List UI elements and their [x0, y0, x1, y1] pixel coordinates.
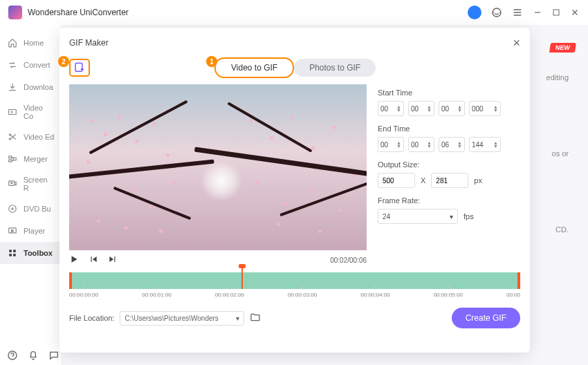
sidebar-item-videoco[interactable]: Video Co: [0, 98, 62, 126]
create-gif-button[interactable]: Create GIF: [452, 308, 520, 328]
minimize-icon[interactable]: [533, 8, 542, 17]
sidebar-item-dvd[interactable]: DVD Bu: [0, 198, 62, 220]
prev-button[interactable]: [89, 254, 98, 265]
sidebar-item-merger[interactable]: Merger: [0, 148, 62, 170]
app-logo: [8, 6, 22, 19]
svg-point-3: [9, 134, 10, 135]
svg-rect-1: [553, 10, 559, 15]
open-folder-button[interactable]: [250, 312, 261, 324]
end-h-input[interactable]: 00▲▼: [378, 137, 404, 152]
frame-rate-select[interactable]: 24▾: [378, 209, 458, 224]
file-location-select[interactable]: C:\Users\ws\Pictures\Wonders▾: [120, 311, 244, 326]
callout-2: 2: [58, 56, 69, 67]
svg-point-4: [9, 138, 10, 140]
record-icon: [7, 178, 18, 189]
stepper-icon[interactable]: ▲▼: [427, 141, 432, 148]
sidebar-item-label: Downloa: [24, 83, 53, 91]
help-icon[interactable]: [7, 350, 18, 361]
start-ms-input[interactable]: 000▲▼: [469, 101, 501, 116]
play-controls: 00:02/00:06: [69, 254, 367, 265]
size-unit: px: [474, 176, 482, 185]
feedback-icon[interactable]: [48, 350, 59, 361]
play-button[interactable]: [69, 254, 79, 265]
bell-icon[interactable]: [28, 350, 39, 361]
svg-rect-5: [9, 156, 12, 158]
settings-panel: Start Time 00▲▼ 00▲▼ 00▲▼ 000▲▼ End Time…: [378, 84, 520, 265]
timeline-cursor[interactable]: [241, 267, 243, 289]
frame-rate-label: Frame Rate:: [378, 196, 520, 205]
start-m-input[interactable]: 00▲▼: [408, 101, 434, 116]
modal-title: GIF Maker: [69, 38, 109, 48]
close-icon[interactable]: ×: [513, 36, 520, 50]
menu-icon[interactable]: [512, 7, 523, 18]
stepper-icon[interactable]: ▲▼: [457, 141, 462, 148]
chevron-down-icon: ▾: [236, 315, 239, 322]
sidebar-item-label: Merger: [24, 155, 48, 163]
start-s-input[interactable]: 00▲▼: [439, 101, 465, 116]
sidebar: Home Convert Downloa Video Co Video Ed M…: [0, 25, 62, 365]
stepper-icon[interactable]: ▲▼: [493, 141, 498, 148]
gif-maker-modal: GIF Maker × 2 1 Video to GIF Photos to G…: [59, 28, 530, 353]
sidebar-item-label: Home: [24, 39, 44, 47]
sidebar-item-videoed[interactable]: Video Ed: [0, 126, 62, 148]
timeline-ticks: 00:00:00:00 00:00:01:00 00:00:02:00 00:0…: [69, 292, 520, 298]
bg-text: os or: [552, 149, 569, 158]
stepper-icon[interactable]: ▲▼: [427, 105, 432, 112]
dvd-icon: [7, 203, 18, 214]
svg-rect-15: [9, 254, 12, 256]
width-input[interactable]: [378, 173, 415, 188]
svg-rect-7: [13, 158, 16, 160]
stepper-icon[interactable]: ▲▼: [493, 105, 498, 112]
chevron-down-icon: ▾: [450, 213, 453, 221]
sidebar-item-label: DVD Bu: [24, 205, 51, 213]
start-h-input[interactable]: 00▲▼: [378, 101, 404, 116]
bg-text: CD.: [555, 225, 569, 234]
end-s-input[interactable]: 06▲▼: [439, 137, 465, 152]
sidebar-item-label: Video Co: [24, 104, 55, 120]
end-m-input[interactable]: 00▲▼: [408, 137, 434, 152]
sidebar-item-label: Screen R: [24, 176, 55, 192]
play-time: 00:02/00:06: [330, 256, 367, 264]
sidebar-item-label: Player: [24, 227, 45, 235]
height-input[interactable]: [431, 173, 468, 188]
support-icon[interactable]: [491, 7, 502, 18]
next-button[interactable]: [108, 254, 118, 265]
svg-point-9: [11, 182, 12, 184]
new-badge: NEW: [549, 43, 576, 53]
timeline[interactable]: [69, 272, 520, 289]
close-window-icon[interactable]: [570, 8, 580, 17]
sidebar-item-label: Convert: [24, 61, 50, 69]
maximize-icon[interactable]: [552, 8, 560, 17]
end-ms-input[interactable]: 144▲▼: [469, 137, 501, 152]
sidebar-item-label: Toolbox: [24, 249, 53, 257]
user-avatar[interactable]: [468, 6, 481, 19]
tab-photos-to-gif[interactable]: Photos to GIF: [294, 59, 376, 77]
stepper-icon[interactable]: ▲▼: [396, 105, 401, 112]
add-media-button[interactable]: [69, 59, 90, 77]
compress-icon: [7, 106, 18, 118]
sidebar-item-home[interactable]: Home: [0, 32, 62, 54]
download-icon: [7, 82, 18, 93]
svg-rect-13: [9, 250, 12, 252]
titlebar: Wondershare UniConverter: [0, 0, 588, 25]
size-x: X: [421, 176, 425, 185]
sidebar-item-screen[interactable]: Screen R: [0, 170, 62, 198]
sidebar-item-download[interactable]: Downloa: [0, 76, 62, 98]
output-size-label: Output Size:: [378, 160, 520, 169]
sidebar-item-player[interactable]: Player: [0, 220, 62, 242]
home-icon: [7, 37, 18, 48]
tab-video-to-gif[interactable]: 1 Video to GIF: [214, 57, 294, 78]
sidebar-item-convert[interactable]: Convert: [0, 54, 62, 76]
player-icon: [7, 225, 18, 236]
svg-point-11: [12, 208, 13, 209]
svg-rect-6: [9, 160, 12, 162]
svg-rect-14: [13, 250, 16, 252]
scissors-icon: [7, 131, 18, 142]
tab-label: Video to GIF: [231, 63, 277, 73]
sidebar-item-label: Video Ed: [24, 133, 54, 141]
stepper-icon[interactable]: ▲▼: [457, 105, 462, 112]
video-preview[interactable]: [69, 84, 367, 250]
stepper-icon[interactable]: ▲▼: [396, 141, 401, 148]
merge-icon: [7, 153, 18, 165]
sidebar-item-toolbox[interactable]: Toolbox: [0, 242, 62, 264]
